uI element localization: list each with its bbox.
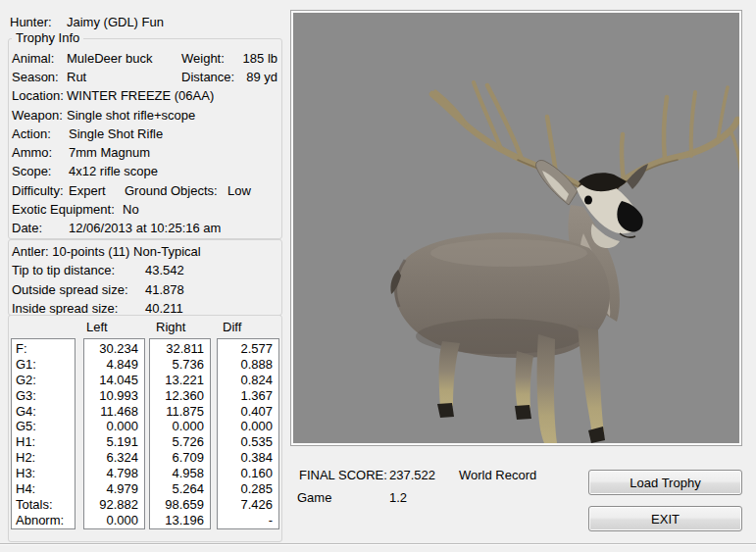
weight-value: 185 lb: [216, 51, 277, 67]
measure-row-label: H2:: [12, 450, 75, 466]
window-bottom-highlight: [0, 544, 756, 545]
final-score-value: 237.522: [389, 468, 435, 483]
exotic-equipment-value: No: [123, 202, 139, 218]
measure-value-right: 0.000: [150, 419, 210, 434]
measure-value-diff: 0.824: [218, 373, 278, 388]
column-header-left: Left: [86, 320, 108, 334]
measure-value-diff: 2.577: [218, 341, 278, 357]
measure-labels-box: F: G1: G2: G3: G4: G5: H1: H2: H3: H4: T…: [11, 338, 76, 529]
measure-value-diff: 0.888: [218, 357, 278, 373]
outside-spread-value: 41.878: [145, 282, 184, 298]
weapon-label: Weapon:: [12, 108, 63, 124]
measure-row-label: F:: [12, 341, 75, 357]
season-label: Season:: [12, 70, 59, 85]
trophy-window: { "hunter": { "label": "Hunter:", "value…: [0, 0, 756, 552]
measure-row-label: H4:: [12, 481, 75, 497]
measure-value-right: 11.875: [150, 404, 210, 420]
exit-button[interactable]: EXIT: [588, 506, 742, 531]
ammo-value: 7mm Magnum: [69, 145, 150, 161]
measure-value-left: 4.849: [84, 357, 144, 373]
measure-value-left: 30.234: [84, 341, 144, 357]
scope-label: Scope:: [12, 164, 51, 179]
measure-value-left: 11.468: [84, 404, 144, 420]
measure-row-label: G4:: [12, 404, 75, 420]
animal-label: Animal:: [12, 51, 54, 67]
measure-value-left: 0.000: [84, 513, 144, 528]
location-label: Location:: [12, 88, 64, 104]
difficulty-label: Difficulty:: [12, 183, 64, 199]
measure-row-label: G5:: [12, 419, 75, 434]
game-value: 1.2: [389, 490, 407, 506]
season-value: Rut: [67, 70, 86, 85]
measure-value-right: 13.196: [150, 513, 210, 528]
measure-value-diff: -: [218, 513, 278, 528]
distance-value: 89 yd: [216, 70, 277, 85]
ground-objects-value: Low: [227, 183, 251, 199]
hunter-label: Hunter:: [10, 15, 52, 30]
measure-row-label: Totals:: [12, 497, 75, 513]
location-value: WINTER FREEZE (06AA): [67, 88, 214, 104]
load-trophy-button[interactable]: Load Trophy: [588, 470, 742, 495]
animal-value: MuleDeer buck: [67, 51, 152, 67]
date-label: Date:: [12, 221, 42, 236]
measure-value-left: 4.979: [84, 481, 144, 497]
measure-value-diff: 0.384: [218, 450, 278, 466]
ammo-label: Ammo:: [12, 145, 52, 161]
measure-value-right: 5.264: [150, 481, 210, 497]
measure-value-right: 98.659: [150, 497, 210, 513]
tip-to-tip-value: 43.542: [145, 263, 184, 278]
measure-value-right: 5.736: [150, 357, 210, 373]
measure-value-diff: 7.426: [218, 497, 278, 513]
measure-value-right: 5.726: [150, 434, 210, 450]
measure-row-label: G1:: [12, 357, 75, 373]
measure-row-label: Abnorm:: [12, 513, 75, 528]
action-value: Single Shot Rifle: [69, 126, 163, 142]
difficulty-value: Expert: [69, 183, 106, 199]
measure-value-right: 12.360: [150, 388, 210, 404]
measure-value-left: 0.000: [84, 419, 144, 434]
measure-value-left: 4.798: [84, 466, 144, 481]
column-header-diff: Diff: [223, 320, 241, 334]
game-label: Game: [297, 490, 331, 506]
measure-row-label: H3:: [12, 466, 75, 481]
measure-value-right: 13.221: [150, 373, 210, 388]
measure-value-diff: 1.367: [218, 388, 278, 404]
hunter-value: Jaimy (GDL) Fun: [67, 15, 164, 30]
measure-value-diff: 0.000: [218, 419, 278, 434]
trophy-3d-viewer: [290, 10, 742, 446]
weapon-value: Single shot rifle+scope: [67, 108, 195, 124]
measure-value-left: 6.324: [84, 450, 144, 466]
final-score-label: FINAL SCORE:: [299, 468, 387, 483]
action-label: Action:: [12, 126, 51, 142]
measure-diff-box: 2.577 0.888 0.824 1.367 0.407 0.000 0.53…: [217, 338, 279, 529]
outside-spread-label: Outside spread size:: [12, 282, 128, 298]
column-header-right: Right: [156, 320, 185, 334]
scope-value: 4x12 rifle scope: [69, 164, 158, 179]
mule-deer-render: [293, 13, 739, 443]
measure-value-diff: 0.535: [218, 434, 278, 450]
measure-value-diff: 0.407: [218, 404, 278, 420]
world-record-text: World Record: [459, 468, 536, 483]
measure-row-label: H1:: [12, 434, 75, 450]
antler-summary: Antler: 10-points (11) Non-Typical: [12, 244, 201, 260]
measure-left-box: 30.234 4.849 14.045 10.993 11.468 0.000 …: [83, 338, 145, 529]
date-value: 12/06/2013 at 10:25:16 am: [69, 221, 221, 236]
measure-row-label: G3:: [12, 388, 75, 404]
measure-value-left: 10.993: [84, 388, 144, 404]
measure-value-right: 6.709: [150, 450, 210, 466]
ground-objects-label: Ground Objects:: [125, 183, 218, 199]
exotic-equipment-label: Exotic Equipment:: [12, 202, 115, 218]
measure-value-diff: 0.285: [218, 481, 278, 497]
trophy-info-group-label: Trophy Info: [12, 30, 83, 45]
measure-value-left: 5.191: [84, 434, 144, 450]
measure-value-right: 4.958: [150, 466, 210, 481]
measure-value-left: 14.045: [84, 373, 144, 388]
measure-value-left: 92.882: [84, 497, 144, 513]
tip-to-tip-label: Tip to tip distance:: [12, 263, 115, 278]
measure-right-box: 32.811 5.736 13.221 12.360 11.875 0.000 …: [149, 338, 211, 529]
measure-value-right: 32.811: [150, 341, 210, 357]
measure-row-label: G2:: [12, 373, 75, 388]
viewer-background: [293, 13, 739, 443]
measure-value-diff: 0.160: [218, 466, 278, 481]
